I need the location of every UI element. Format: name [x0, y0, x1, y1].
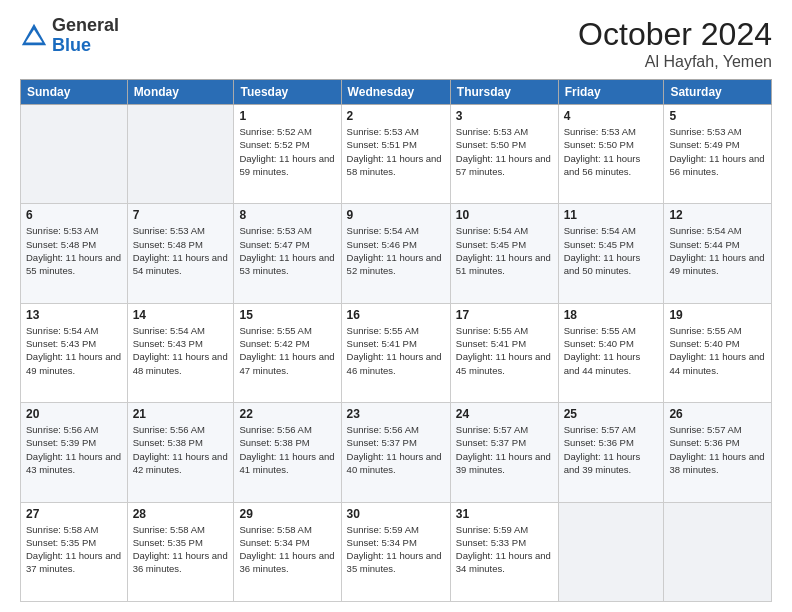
calendar-cell	[21, 105, 128, 204]
calendar-cell: 11Sunrise: 5:54 AM Sunset: 5:45 PM Dayli…	[558, 204, 664, 303]
day-number: 30	[347, 507, 445, 521]
day-number: 28	[133, 507, 229, 521]
day-number: 8	[239, 208, 335, 222]
day-detail: Sunrise: 5:57 AM Sunset: 5:37 PM Dayligh…	[456, 423, 553, 476]
calendar-cell	[664, 502, 772, 601]
calendar-cell: 2Sunrise: 5:53 AM Sunset: 5:51 PM Daylig…	[341, 105, 450, 204]
calendar-cell: 29Sunrise: 5:58 AM Sunset: 5:34 PM Dayli…	[234, 502, 341, 601]
calendar-cell: 15Sunrise: 5:55 AM Sunset: 5:42 PM Dayli…	[234, 303, 341, 402]
week-row-5: 27Sunrise: 5:58 AM Sunset: 5:35 PM Dayli…	[21, 502, 772, 601]
weekday-header-row: SundayMondayTuesdayWednesdayThursdayFrid…	[21, 80, 772, 105]
day-number: 9	[347, 208, 445, 222]
weekday-header-thursday: Thursday	[450, 80, 558, 105]
calendar-cell	[127, 105, 234, 204]
calendar-cell: 9Sunrise: 5:54 AM Sunset: 5:46 PM Daylig…	[341, 204, 450, 303]
weekday-header-tuesday: Tuesday	[234, 80, 341, 105]
day-number: 6	[26, 208, 122, 222]
weekday-header-wednesday: Wednesday	[341, 80, 450, 105]
page: General Blue October 2024 Al Hayfah, Yem…	[0, 0, 792, 612]
calendar-cell: 1Sunrise: 5:52 AM Sunset: 5:52 PM Daylig…	[234, 105, 341, 204]
day-detail: Sunrise: 5:55 AM Sunset: 5:41 PM Dayligh…	[456, 324, 553, 377]
day-detail: Sunrise: 5:55 AM Sunset: 5:40 PM Dayligh…	[564, 324, 659, 377]
calendar-cell: 25Sunrise: 5:57 AM Sunset: 5:36 PM Dayli…	[558, 403, 664, 502]
calendar-cell: 4Sunrise: 5:53 AM Sunset: 5:50 PM Daylig…	[558, 105, 664, 204]
month-title: October 2024	[578, 16, 772, 53]
day-number: 31	[456, 507, 553, 521]
day-detail: Sunrise: 5:54 AM Sunset: 5:44 PM Dayligh…	[669, 224, 766, 277]
day-number: 5	[669, 109, 766, 123]
day-number: 1	[239, 109, 335, 123]
day-detail: Sunrise: 5:53 AM Sunset: 5:47 PM Dayligh…	[239, 224, 335, 277]
calendar-cell: 20Sunrise: 5:56 AM Sunset: 5:39 PM Dayli…	[21, 403, 128, 502]
day-number: 16	[347, 308, 445, 322]
week-row-2: 6Sunrise: 5:53 AM Sunset: 5:48 PM Daylig…	[21, 204, 772, 303]
day-detail: Sunrise: 5:53 AM Sunset: 5:49 PM Dayligh…	[669, 125, 766, 178]
logo-text: General Blue	[52, 16, 119, 56]
day-number: 3	[456, 109, 553, 123]
day-detail: Sunrise: 5:58 AM Sunset: 5:34 PM Dayligh…	[239, 523, 335, 576]
header: General Blue October 2024 Al Hayfah, Yem…	[20, 16, 772, 71]
day-detail: Sunrise: 5:54 AM Sunset: 5:43 PM Dayligh…	[26, 324, 122, 377]
day-detail: Sunrise: 5:54 AM Sunset: 5:43 PM Dayligh…	[133, 324, 229, 377]
day-number: 24	[456, 407, 553, 421]
day-detail: Sunrise: 5:53 AM Sunset: 5:50 PM Dayligh…	[456, 125, 553, 178]
day-detail: Sunrise: 5:57 AM Sunset: 5:36 PM Dayligh…	[564, 423, 659, 476]
day-detail: Sunrise: 5:56 AM Sunset: 5:39 PM Dayligh…	[26, 423, 122, 476]
calendar-cell: 31Sunrise: 5:59 AM Sunset: 5:33 PM Dayli…	[450, 502, 558, 601]
calendar-cell: 16Sunrise: 5:55 AM Sunset: 5:41 PM Dayli…	[341, 303, 450, 402]
week-row-1: 1Sunrise: 5:52 AM Sunset: 5:52 PM Daylig…	[21, 105, 772, 204]
day-detail: Sunrise: 5:53 AM Sunset: 5:48 PM Dayligh…	[133, 224, 229, 277]
title-block: October 2024 Al Hayfah, Yemen	[578, 16, 772, 71]
calendar-cell: 26Sunrise: 5:57 AM Sunset: 5:36 PM Dayli…	[664, 403, 772, 502]
calendar-cell: 28Sunrise: 5:58 AM Sunset: 5:35 PM Dayli…	[127, 502, 234, 601]
calendar-cell: 6Sunrise: 5:53 AM Sunset: 5:48 PM Daylig…	[21, 204, 128, 303]
day-number: 2	[347, 109, 445, 123]
weekday-header-friday: Friday	[558, 80, 664, 105]
day-number: 19	[669, 308, 766, 322]
calendar-cell: 3Sunrise: 5:53 AM Sunset: 5:50 PM Daylig…	[450, 105, 558, 204]
day-number: 21	[133, 407, 229, 421]
calendar-cell: 24Sunrise: 5:57 AM Sunset: 5:37 PM Dayli…	[450, 403, 558, 502]
day-detail: Sunrise: 5:53 AM Sunset: 5:48 PM Dayligh…	[26, 224, 122, 277]
calendar-cell: 23Sunrise: 5:56 AM Sunset: 5:37 PM Dayli…	[341, 403, 450, 502]
calendar-cell: 27Sunrise: 5:58 AM Sunset: 5:35 PM Dayli…	[21, 502, 128, 601]
day-number: 4	[564, 109, 659, 123]
calendar-cell: 18Sunrise: 5:55 AM Sunset: 5:40 PM Dayli…	[558, 303, 664, 402]
weekday-header-sunday: Sunday	[21, 80, 128, 105]
weekday-header-saturday: Saturday	[664, 80, 772, 105]
logo-general-text: General	[52, 15, 119, 35]
day-detail: Sunrise: 5:56 AM Sunset: 5:37 PM Dayligh…	[347, 423, 445, 476]
week-row-3: 13Sunrise: 5:54 AM Sunset: 5:43 PM Dayli…	[21, 303, 772, 402]
calendar-cell: 7Sunrise: 5:53 AM Sunset: 5:48 PM Daylig…	[127, 204, 234, 303]
day-number: 20	[26, 407, 122, 421]
day-detail: Sunrise: 5:53 AM Sunset: 5:50 PM Dayligh…	[564, 125, 659, 178]
calendar-cell: 10Sunrise: 5:54 AM Sunset: 5:45 PM Dayli…	[450, 204, 558, 303]
calendar-cell: 22Sunrise: 5:56 AM Sunset: 5:38 PM Dayli…	[234, 403, 341, 502]
day-number: 18	[564, 308, 659, 322]
calendar-cell: 17Sunrise: 5:55 AM Sunset: 5:41 PM Dayli…	[450, 303, 558, 402]
day-number: 29	[239, 507, 335, 521]
day-number: 25	[564, 407, 659, 421]
weekday-header-monday: Monday	[127, 80, 234, 105]
day-number: 12	[669, 208, 766, 222]
day-detail: Sunrise: 5:59 AM Sunset: 5:33 PM Dayligh…	[456, 523, 553, 576]
day-detail: Sunrise: 5:52 AM Sunset: 5:52 PM Dayligh…	[239, 125, 335, 178]
day-number: 15	[239, 308, 335, 322]
day-detail: Sunrise: 5:59 AM Sunset: 5:34 PM Dayligh…	[347, 523, 445, 576]
calendar-cell: 19Sunrise: 5:55 AM Sunset: 5:40 PM Dayli…	[664, 303, 772, 402]
calendar-cell: 5Sunrise: 5:53 AM Sunset: 5:49 PM Daylig…	[664, 105, 772, 204]
calendar-cell: 8Sunrise: 5:53 AM Sunset: 5:47 PM Daylig…	[234, 204, 341, 303]
calendar-cell: 21Sunrise: 5:56 AM Sunset: 5:38 PM Dayli…	[127, 403, 234, 502]
logo: General Blue	[20, 16, 119, 56]
day-detail: Sunrise: 5:58 AM Sunset: 5:35 PM Dayligh…	[26, 523, 122, 576]
day-number: 11	[564, 208, 659, 222]
logo-icon	[20, 22, 48, 50]
day-number: 14	[133, 308, 229, 322]
day-number: 22	[239, 407, 335, 421]
day-detail: Sunrise: 5:56 AM Sunset: 5:38 PM Dayligh…	[133, 423, 229, 476]
calendar-cell: 14Sunrise: 5:54 AM Sunset: 5:43 PM Dayli…	[127, 303, 234, 402]
calendar-table: SundayMondayTuesdayWednesdayThursdayFrid…	[20, 79, 772, 602]
day-number: 23	[347, 407, 445, 421]
day-number: 27	[26, 507, 122, 521]
day-detail: Sunrise: 5:57 AM Sunset: 5:36 PM Dayligh…	[669, 423, 766, 476]
